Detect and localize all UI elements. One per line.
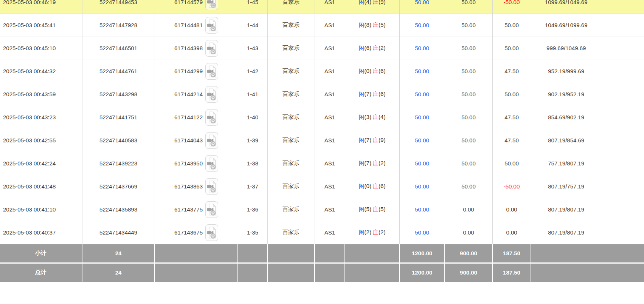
bet-time: 2025-05-03 00:44:32 <box>0 60 82 83</box>
bet-history-screen: 2025-05-03 00:46:19 522471449453 6171445… <box>0 0 644 304</box>
table-name: AS1 <box>315 152 345 175</box>
game-type: 百家乐 <box>267 175 315 198</box>
cell-result: 闲(3) 庄(4) <box>345 106 399 129</box>
balance: 952.19/999.69 <box>531 60 644 83</box>
table-summary: 小计 24 1200.00 900.00 187.50 总计 24 <box>0 244 644 282</box>
cell-result: 闲(7) 庄(9) <box>345 129 399 152</box>
video-replay-button[interactable] <box>205 178 218 195</box>
total-valid-amount: 900.00 <box>445 263 492 282</box>
subtotal-bet-amount: 1200.00 <box>399 244 445 263</box>
win-loss: 50.00 <box>492 152 531 175</box>
bet-amount-link[interactable]: 50.00 <box>415 68 429 74</box>
bet-amount-link[interactable]: 50.00 <box>415 183 429 190</box>
result-banker-label: 庄 <box>373 22 379 28</box>
game-id-text: 617144398 <box>174 45 203 51</box>
subtotal-empty-table <box>315 244 345 263</box>
balance: 807.19/807.19 <box>531 221 644 244</box>
round: 1-35 <box>238 221 267 244</box>
table-row: 2025-05-03 00:43:59 522471443298 6171442… <box>0 83 644 106</box>
bet-amount-link[interactable]: 50.00 <box>415 137 429 144</box>
game-type: 百家乐 <box>267 14 315 37</box>
table-name: AS1 <box>315 60 345 83</box>
bet-amount-link[interactable]: 50.00 <box>415 0 429 5</box>
valid-amount: 50.00 <box>445 83 492 106</box>
result-banker-label: 庄 <box>373 0 379 5</box>
cell-game-id: 617143863 <box>155 175 238 198</box>
result-player-points: (0) <box>365 68 371 74</box>
cell-game-id: 617144122 <box>155 106 238 129</box>
result-player-points: (3) <box>365 114 371 120</box>
result-banker-label: 庄 <box>373 114 379 120</box>
game-type: 百家乐 <box>267 129 315 152</box>
cell-game-id: 617144481 <box>155 14 238 37</box>
bet-amount-link[interactable]: 50.00 <box>415 229 429 236</box>
balance: 807.19/757.19 <box>531 175 644 198</box>
video-replay-button[interactable] <box>205 201 218 218</box>
total-row: 总计 24 1200.00 900.00 187.50 <box>0 263 644 282</box>
bet-amount-link[interactable]: 50.00 <box>415 160 429 167</box>
video-replay-button[interactable] <box>205 40 218 57</box>
bet-time: 2025-05-03 00:43:23 <box>0 106 82 129</box>
video-file-icon <box>207 226 217 239</box>
subtotal-valid-amount: 900.00 <box>445 244 492 263</box>
bet-id: 522471447928 <box>82 14 155 37</box>
cell-game-id: 617144214 <box>155 83 238 106</box>
video-replay-button[interactable] <box>205 224 218 241</box>
result-player-points: (0) <box>365 183 371 189</box>
video-replay-button[interactable] <box>205 63 218 80</box>
table-row: 2025-05-03 00:46:19 522471449453 6171445… <box>0 0 644 14</box>
result-player-points: (6) <box>365 45 371 51</box>
video-replay-button[interactable] <box>205 155 218 172</box>
result-banker-points: (2) <box>379 229 385 235</box>
game-id-text: 617143675 <box>174 229 203 236</box>
valid-amount: 50.00 <box>445 152 492 175</box>
video-replay-button[interactable] <box>205 0 218 10</box>
table-row: 2025-05-03 00:41:10 522471435893 6171437… <box>0 198 644 221</box>
game-type: 百家乐 <box>267 152 315 175</box>
video-replay-button[interactable] <box>205 109 218 126</box>
round: 1-36 <box>238 198 267 221</box>
valid-amount: 50.00 <box>445 60 492 83</box>
game-type: 百家乐 <box>267 221 315 244</box>
result-banker-label: 庄 <box>373 91 379 97</box>
subtotal-empty-type <box>267 244 315 263</box>
balance: 999.69/1049.69 <box>531 37 644 60</box>
table-row: 2025-05-03 00:44:32 522471444761 6171442… <box>0 60 644 83</box>
video-replay-button[interactable] <box>205 132 218 149</box>
video-replay-button[interactable] <box>205 86 218 103</box>
video-replay-button[interactable] <box>205 17 218 34</box>
bet-amount-link[interactable]: 50.00 <box>415 206 429 213</box>
subtotal-empty-game <box>155 244 238 263</box>
result-banker-label: 庄 <box>373 160 379 166</box>
bet-history-table: 2025-05-03 00:46:19 522471449453 6171445… <box>0 0 644 282</box>
table-name: AS1 <box>315 175 345 198</box>
balance: 902.19/952.19 <box>531 83 644 106</box>
balance: 807.19/854.69 <box>531 129 644 152</box>
bet-amount-link[interactable]: 50.00 <box>415 22 429 28</box>
game-id-text: 617144214 <box>174 91 203 97</box>
bet-time: 2025-05-03 00:46:19 <box>0 0 82 14</box>
bet-amount-link[interactable]: 50.00 <box>415 114 429 120</box>
result-player-label: 闲 <box>359 114 365 120</box>
valid-amount: 50.00 <box>445 175 492 198</box>
balance: 757.19/807.19 <box>531 152 644 175</box>
bet-amount-link[interactable]: 50.00 <box>415 45 429 51</box>
cell-game-id: 617143675 <box>155 221 238 244</box>
win-loss: 50.00 <box>492 83 531 106</box>
cell-game-id: 617143775 <box>155 198 238 221</box>
table-name: AS1 <box>315 129 345 152</box>
balance: 1099.69/1049.69 <box>531 0 644 14</box>
cell-bet-amount: 50.00 <box>399 129 445 152</box>
cell-game-id: 617143950 <box>155 152 238 175</box>
result-player-label: 闲 <box>359 22 365 28</box>
result-banker-points: (6) <box>379 183 385 189</box>
table-name: AS1 <box>315 106 345 129</box>
bet-amount-link[interactable]: 50.00 <box>415 91 429 97</box>
result-player-points: (7) <box>365 137 371 143</box>
bet-id: 522471441751 <box>82 106 155 129</box>
valid-amount: 50.00 <box>445 14 492 37</box>
game-type: 百家乐 <box>267 60 315 83</box>
table-row: 2025-05-03 00:41:48 522471437669 6171438… <box>0 175 644 198</box>
total-empty-table <box>315 263 345 282</box>
bet-id: 522471434449 <box>82 221 155 244</box>
